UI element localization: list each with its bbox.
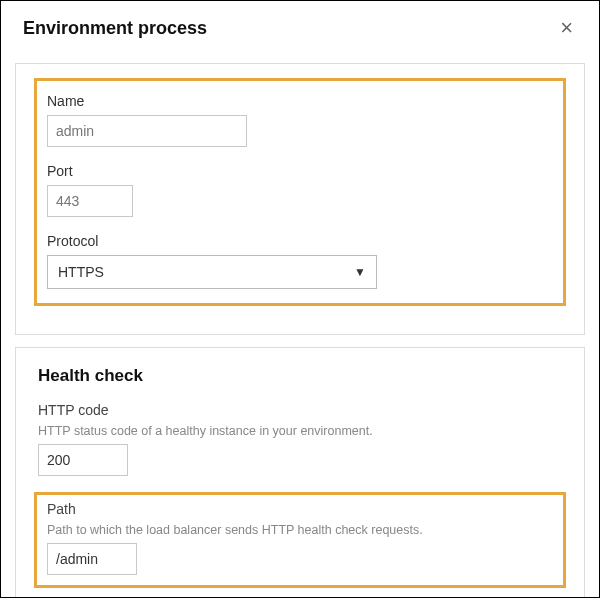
path-highlight-box: Path Path to which the load balancer sen… [34, 492, 566, 588]
health-check-title: Health check [38, 366, 566, 386]
process-settings-section: Name Port Protocol HTTPS ▼ [15, 63, 585, 335]
port-label: Port [47, 163, 453, 179]
protocol-selected-value: HTTPS [58, 264, 104, 280]
path-input[interactable] [47, 543, 137, 575]
chevron-down-icon: ▼ [354, 265, 366, 279]
name-input[interactable] [47, 115, 247, 147]
modal-scroll-area[interactable]: Name Port Protocol HTTPS ▼ Health check [1, 53, 600, 598]
modal-header: Environment process × [1, 1, 600, 55]
name-field: Name [47, 93, 453, 147]
protocol-field: Protocol HTTPS ▼ [47, 233, 453, 289]
port-input[interactable] [47, 185, 133, 217]
protocol-label: Protocol [47, 233, 453, 249]
close-icon[interactable]: × [554, 15, 579, 41]
name-label: Name [47, 93, 453, 109]
process-highlight-box: Name Port Protocol HTTPS ▼ [34, 78, 566, 306]
modal-title: Environment process [23, 18, 207, 39]
environment-process-modal: Environment process × Name Port Protocol… [1, 1, 600, 598]
path-label: Path [47, 501, 553, 517]
http-code-input[interactable] [38, 444, 128, 476]
health-check-section: Health check HTTP code HTTP status code … [15, 347, 585, 598]
port-field: Port [47, 163, 453, 217]
path-help: Path to which the load balancer sends HT… [47, 523, 553, 537]
http-code-help: HTTP status code of a healthy instance i… [38, 424, 566, 438]
http-code-label: HTTP code [38, 402, 566, 418]
http-code-field: HTTP code HTTP status code of a healthy … [38, 402, 566, 476]
protocol-select[interactable]: HTTPS ▼ [47, 255, 377, 289]
